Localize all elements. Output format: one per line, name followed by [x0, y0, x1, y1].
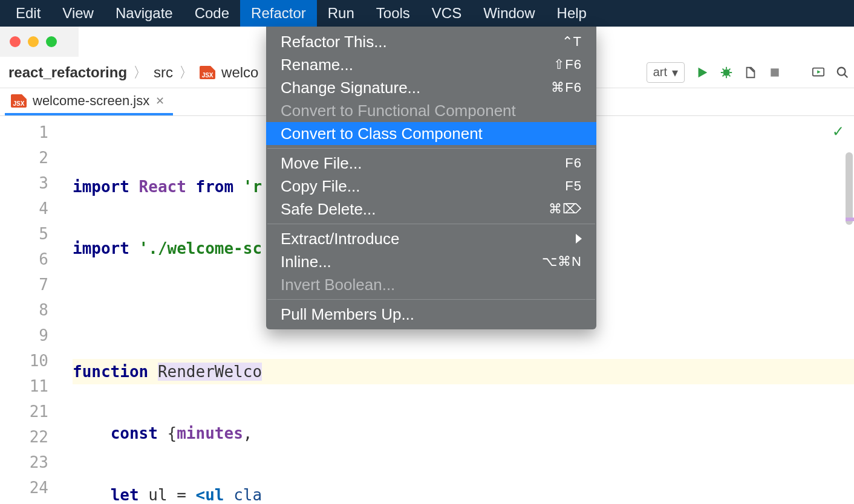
run-config-selector[interactable]: art ▾ — [647, 62, 685, 83]
line-number: 22 — [0, 424, 48, 450]
dd-label: Safe Delete... — [281, 200, 376, 219]
chevron-right-icon: 〉 — [133, 63, 148, 82]
line-number: 1 — [0, 120, 48, 145]
line-number: 11 — [0, 373, 48, 399]
inspection-marker[interactable] — [846, 218, 854, 221]
dd-convert-to-class[interactable]: Convert to Class Component — [266, 122, 596, 145]
dd-convert-to-functional: Convert to Functional Component — [266, 99, 596, 122]
line-number: 6 — [0, 247, 48, 272]
dd-shortcut: F5 — [565, 178, 582, 194]
dd-safe-delete[interactable]: Safe Delete... ⌘⌦ — [266, 198, 596, 221]
menu-window[interactable]: Window — [472, 0, 546, 27]
dd-shortcut: F6 — [565, 155, 582, 171]
line-number: 3 — [0, 170, 48, 196]
dd-label: Move File... — [281, 154, 362, 173]
dd-shortcut: ⌘F6 — [551, 80, 582, 95]
menu-vcs[interactable]: VCS — [421, 0, 472, 27]
dd-move-file[interactable]: Move File... F6 — [266, 152, 596, 175]
jsx-file-icon — [200, 66, 215, 79]
svg-point-3 — [838, 67, 846, 75]
tab-label: welcome-screen.jsx — [33, 93, 149, 109]
dd-label: Inline... — [281, 253, 331, 271]
dd-separator — [267, 148, 595, 149]
stop-icon[interactable] — [768, 66, 781, 79]
window-close-icon[interactable] — [10, 36, 21, 47]
svg-rect-1 — [771, 68, 778, 76]
dd-inline[interactable]: Inline... ⌥⌘N — [266, 250, 596, 273]
line-number: 21 — [0, 399, 48, 424]
dd-label: Refactor This... — [281, 33, 387, 51]
dd-label: Invert Boolean... — [281, 276, 395, 294]
dd-label: Change Signature... — [281, 79, 420, 97]
breadcrumb-file[interactable]: welco — [221, 64, 258, 81]
line-number: 9 — [0, 323, 48, 348]
dd-shortcut: ⌘⌦ — [549, 201, 582, 217]
dd-extract-introduce[interactable]: Extract/Introduce — [266, 227, 596, 250]
dd-shortcut: ⌥⌘N — [542, 254, 582, 270]
debug-icon[interactable] — [720, 66, 733, 79]
menu-navigate[interactable]: Navigate — [105, 0, 184, 27]
line-number: 8 — [0, 297, 48, 323]
vertical-scrollbar[interactable] — [846, 152, 853, 225]
dd-label: Convert to Class Component — [281, 124, 483, 143]
line-number: 24 — [0, 475, 48, 500]
search-icon[interactable] — [836, 66, 849, 79]
dd-shortcut: ⇧F6 — [553, 57, 582, 73]
line-number: 7 — [0, 272, 48, 297]
chevron-down-icon: ▾ — [672, 65, 678, 80]
dd-label: Extract/Introduce — [281, 230, 400, 248]
menu-view[interactable]: View — [51, 0, 105, 27]
menu-refactor[interactable]: Refactor — [240, 0, 317, 27]
window-minimize-icon[interactable] — [28, 36, 39, 47]
dd-rename[interactable]: Rename... ⇧F6 — [266, 53, 596, 76]
inspection-ok-icon[interactable]: ✓ — [833, 121, 843, 141]
dd-copy-file[interactable]: Copy File... F5 — [266, 175, 596, 198]
dd-invert-boolean: Invert Boolean... — [266, 273, 596, 296]
breadcrumb-project[interactable]: react_refactoring — [8, 64, 127, 81]
line-number: 23 — [0, 450, 48, 475]
run-icon[interactable] — [696, 66, 709, 79]
run-target-icon[interactable] — [812, 66, 825, 79]
dd-shortcut: ⌃T — [562, 34, 582, 50]
line-number: 5 — [0, 221, 48, 247]
close-icon[interactable]: ✕ — [155, 94, 165, 108]
menu-code[interactable]: Code — [184, 0, 240, 27]
breadcrumb-folder[interactable]: src — [154, 64, 173, 81]
chevron-right-icon — [576, 234, 582, 244]
window-zoom-icon[interactable] — [46, 36, 57, 47]
chevron-right-icon: 〉 — [179, 63, 194, 82]
dd-pull-members-up[interactable]: Pull Members Up... — [266, 303, 596, 326]
line-gutter: 1 2 3 4 5 6 7 8 9 10 11 21 22 23 24 — [0, 116, 58, 504]
dd-label: Convert to Functional Component — [281, 102, 516, 120]
jsx-file-icon — [11, 94, 27, 108]
dd-label: Pull Members Up... — [281, 305, 414, 324]
line-number: 10 — [0, 348, 48, 373]
dd-label: Copy File... — [281, 177, 360, 196]
menu-help[interactable]: Help — [546, 0, 598, 27]
line-number: 4 — [0, 196, 48, 221]
run-config-label: art — [653, 65, 667, 79]
dd-label: Rename... — [281, 56, 353, 74]
dd-separator — [267, 224, 595, 224]
dd-refactor-this[interactable]: Refactor This... ⌃T — [266, 30, 596, 53]
menu-edit[interactable]: Edit — [5, 0, 51, 27]
dd-change-signature[interactable]: Change Signature... ⌘F6 — [266, 76, 596, 99]
line-number: 2 — [0, 145, 48, 170]
traffic-lights — [0, 36, 57, 47]
refactor-dropdown: Refactor This... ⌃T Rename... ⇧F6 Change… — [266, 27, 596, 329]
coverage-icon[interactable] — [744, 66, 757, 79]
tab-welcome-screen[interactable]: welcome-screen.jsx ✕ — [5, 89, 173, 115]
menu-tools[interactable]: Tools — [365, 0, 421, 27]
menubar: Edit View Navigate Code Refactor Run Too… — [0, 0, 854, 27]
menu-run[interactable]: Run — [317, 0, 365, 27]
toolbar: art ▾ — [647, 57, 849, 88]
dd-separator — [267, 299, 595, 300]
